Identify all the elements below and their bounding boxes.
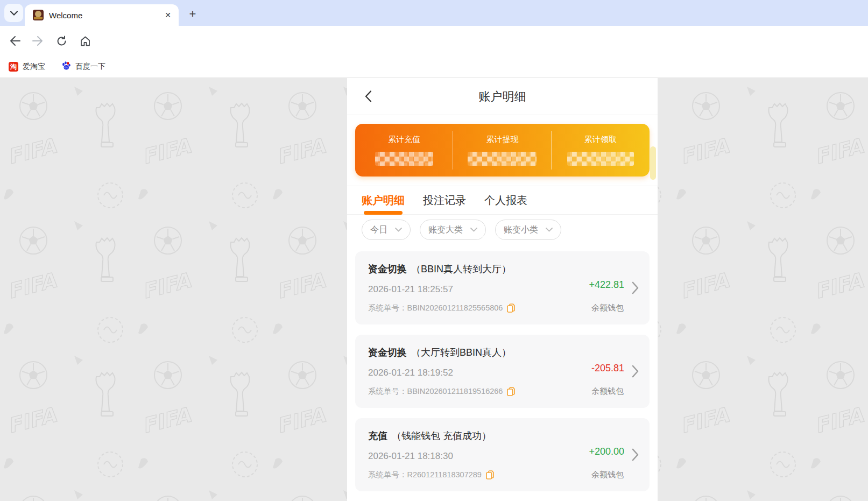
bookmarks-bar: 淘 爱淘宝 du 百度一下 <box>0 56 868 78</box>
transaction-list: 资金切换（BBIN真人转到大厅） 2026-01-21 18:25:57 系统单… <box>347 247 658 491</box>
copy-button[interactable] <box>507 387 515 396</box>
tab-title: Welcome <box>49 11 164 20</box>
tab-bet-records[interactable]: 投注记录 <box>423 193 466 214</box>
chevron-right-icon <box>632 448 639 461</box>
wallet-label: 余额钱包 <box>591 469 624 480</box>
blurred-value <box>468 152 537 166</box>
chevron-down-icon <box>10 8 18 18</box>
wallet-label: 余额钱包 <box>591 302 624 313</box>
order-label: 系统单号： <box>368 386 407 397</box>
amount: -205.81 <box>591 362 624 375</box>
order-label: 系统单号： <box>368 302 407 313</box>
filter-label: 账变大类 <box>428 224 463 236</box>
active-tab-underline <box>364 211 403 215</box>
tab-account-detail[interactable]: 账户明细 <box>362 193 405 214</box>
order-label: 系统单号： <box>368 469 407 480</box>
filter-label: 账变小类 <box>504 224 538 236</box>
copy-icon <box>486 470 494 479</box>
home-button[interactable] <box>77 33 93 48</box>
transaction-row[interactable]: 资金切换（BBIN真人转到大厅） 2026-01-21 18:25:57 系统单… <box>355 251 650 324</box>
chevron-down-icon <box>470 228 477 232</box>
refresh-button[interactable] <box>54 33 69 48</box>
filter-minor-category-dropdown[interactable]: 账变小类 <box>495 220 561 240</box>
svg-text:du: du <box>65 66 68 69</box>
new-tab-button[interactable]: + <box>185 6 200 22</box>
transaction-row[interactable]: 资金切换（大厅转到BBIN真人） 2026-01-21 18:19:52 系统单… <box>355 335 650 408</box>
stat-total-withdraw: 累计提现 <box>453 124 551 177</box>
order-number: BBIN202601211819516266 <box>407 386 503 397</box>
copy-icon <box>507 387 515 396</box>
taobao-icon: 淘 <box>9 62 18 72</box>
stat-total-deposit: 累计充值 <box>355 124 453 177</box>
tab-label: 账户明细 <box>362 194 405 206</box>
copy-button[interactable] <box>507 304 515 313</box>
transaction-row[interactable]: 充值（钱能钱包 充值成功） 2026-01-21 18:18:30 系统单号： … <box>355 418 650 491</box>
page-header: 账户明细 <box>347 78 658 115</box>
bookmark-label: 百度一下 <box>75 62 105 72</box>
totals-card: 累计充值 累计提现 累计领取 <box>355 124 650 177</box>
wallet-label: 余额钱包 <box>591 386 624 397</box>
chevron-down-icon <box>546 228 553 232</box>
filter-major-category-dropdown[interactable]: 账变大类 <box>420 220 486 240</box>
back-arrow-icon <box>9 36 21 46</box>
transaction-title: 资金切换（BBIN真人转到大厅） <box>368 262 637 276</box>
blurred-value <box>567 152 634 166</box>
bookmark-label: 爱淘宝 <box>23 62 45 72</box>
blurred-value <box>375 152 433 166</box>
order-number: R2601211818307289 <box>407 469 482 480</box>
copy-icon <box>507 304 515 313</box>
baidu-paw-icon: du <box>61 61 71 73</box>
tab-personal-report[interactable]: 个人报表 <box>484 193 527 214</box>
transaction-note: （钱能钱包 充值成功） <box>392 431 491 441</box>
transaction-note: （大厅转到BBIN真人） <box>411 347 511 358</box>
refresh-icon <box>56 36 67 47</box>
tab-label: 个人报表 <box>484 194 527 206</box>
filters: 今日 账变大类 账变小类 <box>347 215 658 247</box>
page-back-button[interactable] <box>361 89 375 103</box>
stat-total-claimed: 累计领取 <box>552 124 650 177</box>
browser-toolbar: 175616.cc/reports/index?tab=0 <box>0 26 868 56</box>
stat-label: 累计充值 <box>355 135 453 145</box>
order-number: BBIN202601211825565806 <box>407 302 503 313</box>
forward-arrow-icon <box>32 36 44 46</box>
chevron-left-icon <box>365 90 372 102</box>
report-tabs: 账户明细 投注记录 个人报表 <box>347 186 658 215</box>
transaction-type: 资金切换 <box>368 264 407 274</box>
chevron-down-icon <box>395 228 402 232</box>
stat-label: 累计提现 <box>453 135 551 145</box>
bookmark-baidu[interactable]: du 百度一下 <box>61 61 105 73</box>
chevron-right-icon <box>632 365 639 378</box>
bookmark-aitaobao[interactable]: 淘 爱淘宝 <box>9 62 45 72</box>
tab-label: 投注记录 <box>423 194 466 206</box>
stats-section: 累计充值 累计提现 累计领取 <box>347 115 658 186</box>
tab-close-icon[interactable]: ✕ <box>164 11 172 19</box>
transaction-title: 资金切换（大厅转到BBIN真人） <box>368 345 637 359</box>
transaction-note: （BBIN真人转到大厅） <box>411 264 511 274</box>
transaction-title: 充值（钱能钱包 充值成功） <box>368 429 637 443</box>
page-title: 账户明细 <box>347 78 658 115</box>
filter-label: 今日 <box>370 224 387 236</box>
browser-tab-welcome[interactable]: Welcome ✕ <box>25 4 179 26</box>
account-detail-panel: 账户明细 累计充值 累计提现 累计领取 账户明细 投注记录 <box>347 78 658 501</box>
forward-button[interactable] <box>30 33 45 48</box>
amount: +422.81 <box>589 278 624 291</box>
stat-label: 累计领取 <box>552 135 650 145</box>
site-favicon <box>33 10 44 20</box>
carousel-peek <box>650 146 656 180</box>
transaction-type: 资金切换 <box>368 347 407 358</box>
home-icon <box>80 36 91 47</box>
amount: +200.00 <box>589 445 624 458</box>
transaction-type: 充值 <box>368 431 387 441</box>
filter-date-dropdown[interactable]: 今日 <box>362 220 411 240</box>
back-button[interactable] <box>8 33 23 48</box>
copy-button[interactable] <box>486 470 494 479</box>
browser-tab-strip: Welcome ✕ + <box>0 0 868 26</box>
chevron-right-icon <box>632 281 639 294</box>
tab-search-button[interactable] <box>4 4 23 22</box>
